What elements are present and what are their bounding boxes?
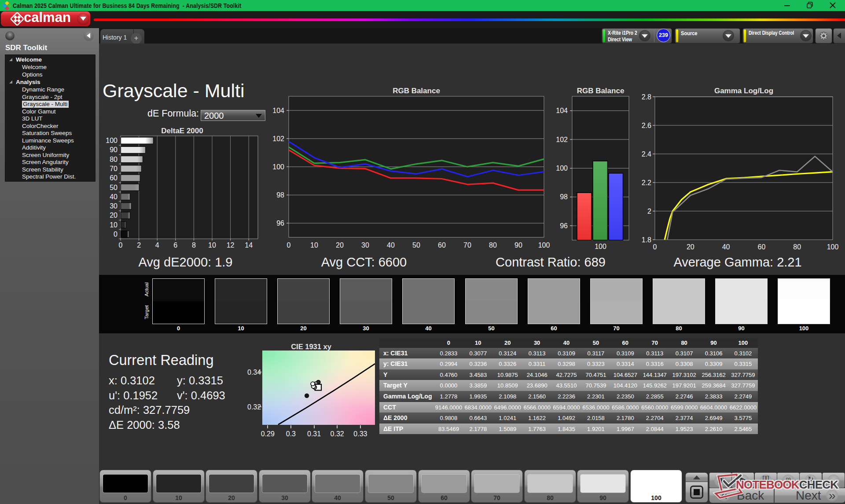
svg-text:100: 100 — [595, 243, 606, 250]
svg-text:90: 90 — [514, 241, 522, 249]
svg-text:80: 80 — [793, 243, 801, 251]
svg-text:30: 30 — [361, 241, 369, 249]
svg-text:40: 40 — [110, 193, 118, 201]
svg-text:0: 0 — [653, 243, 657, 251]
svg-text:10: 10 — [310, 241, 318, 249]
svg-text:100: 100 — [827, 243, 839, 251]
svg-text:50: 50 — [110, 184, 118, 191]
svg-text:98: 98 — [560, 193, 568, 201]
svg-text:2.8: 2.8 — [642, 93, 651, 101]
svg-text:20: 20 — [336, 241, 344, 249]
svg-text:14: 14 — [245, 241, 253, 249]
svg-text:0: 0 — [287, 241, 291, 249]
svg-text:2: 2 — [137, 241, 141, 249]
svg-text:70: 70 — [463, 241, 471, 249]
svg-text:104: 104 — [272, 107, 284, 114]
svg-text:100: 100 — [106, 137, 118, 144]
svg-text:0: 0 — [114, 230, 118, 238]
svg-text:Gamma Log/Log: Gamma Log/Log — [714, 87, 773, 95]
svg-text:DeltaE 2000: DeltaE 2000 — [161, 127, 203, 135]
svg-text:100: 100 — [538, 241, 550, 249]
svg-text:60: 60 — [758, 243, 766, 251]
svg-text:2: 2 — [647, 208, 651, 215]
svg-text:10: 10 — [208, 241, 216, 249]
svg-text:8: 8 — [192, 241, 196, 249]
svg-text:80: 80 — [489, 241, 497, 249]
svg-text:0: 0 — [119, 241, 123, 249]
svg-text:10: 10 — [110, 221, 118, 229]
svg-text:4: 4 — [155, 241, 159, 249]
svg-text:96: 96 — [560, 222, 568, 230]
svg-text:104: 104 — [556, 107, 568, 114]
svg-text:90: 90 — [110, 146, 118, 153]
svg-text:12: 12 — [227, 241, 235, 249]
svg-text:1.8: 1.8 — [642, 236, 651, 244]
svg-text:100: 100 — [272, 163, 284, 171]
svg-text:98: 98 — [276, 191, 284, 199]
svg-text:2.2: 2.2 — [642, 179, 651, 186]
svg-text:50: 50 — [412, 241, 420, 249]
svg-text:102: 102 — [272, 135, 284, 142]
svg-text:100: 100 — [556, 164, 568, 172]
svg-text:6: 6 — [173, 241, 177, 249]
svg-text:RGB Balance: RGB Balance — [393, 87, 440, 95]
svg-text:80: 80 — [110, 156, 118, 163]
svg-text:20: 20 — [110, 212, 118, 219]
svg-text:30: 30 — [110, 202, 118, 210]
svg-text:70: 70 — [110, 165, 118, 172]
svg-text:102: 102 — [556, 136, 568, 143]
svg-text:RGB Balance: RGB Balance — [577, 87, 625, 95]
svg-text:60: 60 — [110, 174, 118, 182]
svg-text:2.6: 2.6 — [642, 122, 651, 129]
svg-text:20: 20 — [687, 243, 694, 251]
svg-text:40: 40 — [722, 243, 730, 251]
svg-text:2.4: 2.4 — [642, 150, 651, 158]
svg-text:40: 40 — [387, 241, 395, 249]
svg-text:96: 96 — [276, 219, 284, 227]
svg-text:60: 60 — [438, 241, 446, 249]
